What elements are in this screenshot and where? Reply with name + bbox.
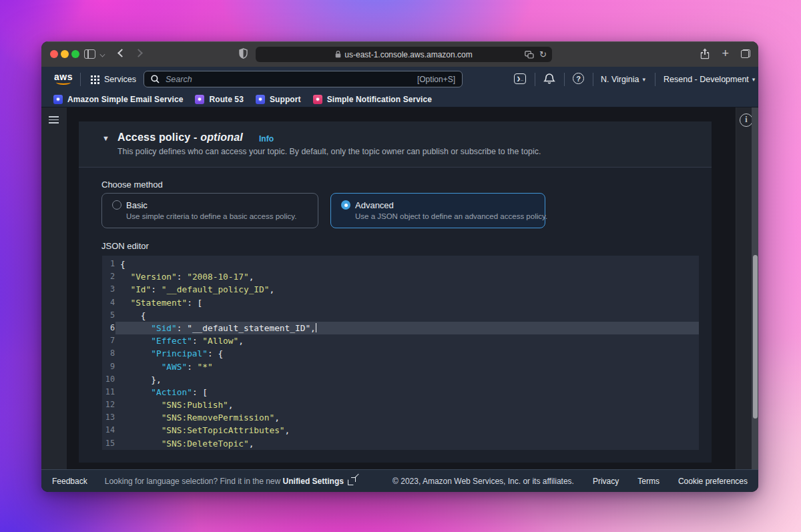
console-content: ▼ Access policy - optional Info This pol… xyxy=(41,107,758,469)
close-window-button[interactable] xyxy=(50,50,58,58)
editor-line-15[interactable]: 15 "SNS:DeleteTopic", xyxy=(102,437,699,450)
new-tab-button[interactable]: + xyxy=(722,47,729,59)
section-title: Access policy - optional xyxy=(117,131,243,144)
cookie-preferences-link[interactable]: Cookie preferences xyxy=(678,477,748,486)
section-header[interactable]: ▼ Access policy - optional Info This pol… xyxy=(79,121,712,168)
chevron-down-icon: ▾ xyxy=(642,76,645,83)
share-icon[interactable] xyxy=(700,48,710,59)
section-description: This policy defines who can access your … xyxy=(117,147,541,156)
editor-line-3[interactable]: 3 "Id": "__default_policy_ID", xyxy=(102,283,699,296)
editor-line-4[interactable]: 4 "Statement": [ xyxy=(102,296,699,309)
favorite-item[interactable]: Support xyxy=(256,95,301,104)
favorite-label: Support xyxy=(270,95,301,104)
service-icon xyxy=(53,95,63,104)
url-text: us-east-1.console.aws.amazon.com xyxy=(344,50,472,59)
service-icon xyxy=(195,95,204,104)
code-text: "Version": "2008-10-17", xyxy=(120,270,254,283)
reload-icon[interactable]: ↻ xyxy=(539,49,547,59)
scrollbar-thumb[interactable] xyxy=(753,255,758,419)
method-option-advanced[interactable]: AdvancedUse a JSON object to define an a… xyxy=(330,193,545,228)
code-text: "Id": "__default_policy_ID", xyxy=(120,283,274,296)
line-number: 4 xyxy=(102,296,115,309)
zoom-window-button[interactable] xyxy=(71,50,79,58)
address-bar[interactable]: us-east-1.console.aws.amazon.com ↻ xyxy=(256,47,552,62)
browser-chrome: us-east-1.console.aws.amazon.com ↻ + xyxy=(41,41,758,67)
back-button[interactable] xyxy=(117,49,126,57)
favorite-label: Simple Notification Service xyxy=(327,95,432,104)
translate-icon[interactable] xyxy=(525,51,534,59)
editor-line-8[interactable]: 8 "Principal": { xyxy=(102,347,699,360)
favorite-label: Amazon Simple Email Service xyxy=(67,95,183,104)
help-icon[interactable]: ? xyxy=(573,73,584,84)
help-panel-rail xyxy=(736,107,752,469)
forward-button[interactable] xyxy=(134,49,143,57)
line-number: 9 xyxy=(102,360,115,373)
editor-line-11[interactable]: 11 "Action": [ xyxy=(102,386,699,398)
code-text: "Statement": [ xyxy=(120,296,202,309)
services-menu[interactable]: Services xyxy=(104,75,136,84)
json-editor[interactable]: 1{2 "Version": "2008-10-17",3 "Id": "__d… xyxy=(102,256,699,450)
favorite-item[interactable]: Route 53 xyxy=(195,95,243,104)
editor-line-2[interactable]: 2 "Version": "2008-10-17", xyxy=(102,270,699,283)
region-selector[interactable]: N. Virginia▾ xyxy=(601,75,645,84)
notifications-bell-icon[interactable] xyxy=(543,73,555,85)
side-navigation xyxy=(41,107,67,469)
code-text: "Effect": "Allow", xyxy=(120,334,244,347)
editor-line-10[interactable]: 10 }, xyxy=(102,373,699,386)
line-number: 14 xyxy=(102,424,115,437)
privacy-link[interactable]: Privacy xyxy=(593,477,619,486)
favorite-label: Route 53 xyxy=(209,95,243,104)
info-link[interactable]: Info xyxy=(259,134,274,144)
favorite-item[interactable]: Simple Notification Service xyxy=(313,95,432,104)
account-menu[interactable]: Resend - Development▾ xyxy=(663,75,755,84)
external-link-icon xyxy=(348,477,356,485)
editor-line-5[interactable]: 5 { xyxy=(102,309,699,322)
terms-link[interactable]: Terms xyxy=(637,477,659,486)
line-number: 6 xyxy=(102,322,115,334)
line-number: 15 xyxy=(102,437,115,450)
option-name: Advanced xyxy=(355,200,394,210)
services-grid-icon[interactable] xyxy=(90,75,100,85)
editor-line-14[interactable]: 14 "SNS:SetTopicAttributes", xyxy=(102,424,699,437)
line-number: 12 xyxy=(102,398,115,411)
unified-settings-link[interactable]: Unified Settings xyxy=(283,477,344,486)
editor-line-7[interactable]: 7 "Effect": "Allow", xyxy=(102,334,699,347)
privacy-shield-icon[interactable] xyxy=(239,48,248,59)
line-number: 13 xyxy=(102,411,115,424)
line-number: 8 xyxy=(102,347,115,360)
editor-line-9[interactable]: 9 "AWS": "*" xyxy=(102,360,699,373)
editor-line-1[interactable]: 1{ xyxy=(102,258,699,270)
feedback-button[interactable]: Feedback xyxy=(52,477,87,486)
radio-button[interactable] xyxy=(112,200,121,210)
code-text: "SNS:DeleteTopic", xyxy=(120,437,254,450)
method-option-basic[interactable]: BasicUse simple criteria to define a bas… xyxy=(101,193,318,228)
option-description: Use simple criteria to define a basic ac… xyxy=(126,212,296,220)
line-number: 10 xyxy=(102,373,115,386)
favorites-bar: Amazon Simple Email ServiceRoute 53Suppo… xyxy=(41,91,758,107)
aws-logo[interactable]: aws xyxy=(53,71,73,85)
minimize-window-button[interactable] xyxy=(61,50,69,58)
sidebar-toggle-icon[interactable] xyxy=(84,49,95,59)
tab-overview-icon[interactable] xyxy=(741,49,750,58)
search-input[interactable]: Search [Option+S] xyxy=(144,71,463,87)
editor-line-6[interactable]: 6 "Sid": "__default_statement_ID", xyxy=(102,322,699,334)
editor-line-12[interactable]: 12 "SNS:Publish", xyxy=(102,398,699,411)
menu-hamburger-icon[interactable] xyxy=(49,116,59,123)
access-policy-section: ▼ Access policy - optional Info This pol… xyxy=(79,121,712,463)
sidebar-chevron-icon[interactable] xyxy=(100,52,105,57)
chevron-down-icon: ▾ xyxy=(752,76,756,83)
favorite-item[interactable]: Amazon Simple Email Service xyxy=(53,95,183,104)
line-number: 3 xyxy=(102,283,115,296)
editor-line-13[interactable]: 13 "SNS:RemovePermission", xyxy=(102,411,699,424)
collapse-triangle-icon[interactable]: ▼ xyxy=(102,134,109,142)
search-icon xyxy=(151,75,160,83)
code-text: "SNS:SetTopicAttributes", xyxy=(120,424,290,437)
console-footer: Feedback Looking for language selection?… xyxy=(41,469,758,492)
cloudshell-icon[interactable]: ❯_ xyxy=(514,73,526,84)
language-notice: Looking for language selection? Find it … xyxy=(105,476,356,486)
radio-button[interactable] xyxy=(341,200,350,210)
code-text: { xyxy=(120,309,146,322)
line-number: 2 xyxy=(102,270,115,283)
line-number: 11 xyxy=(102,386,115,398)
info-icon[interactable]: i xyxy=(740,113,753,127)
